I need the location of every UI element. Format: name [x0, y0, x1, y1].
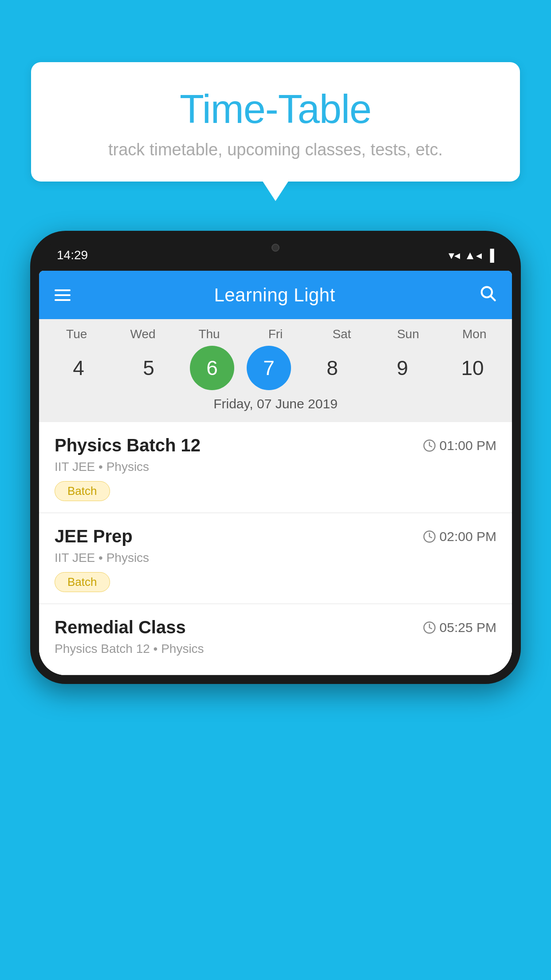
clock-icon-1 — [423, 439, 436, 452]
hamburger-line-1 — [55, 289, 71, 291]
schedule-item-3[interactable]: Remedial Class 05:25 PM Physics Batch 12… — [39, 604, 512, 675]
status-time: 14:29 — [57, 248, 88, 262]
day-number-5[interactable]: 5 — [120, 346, 177, 390]
speech-bubble: Time-Table track timetable, upcoming cla… — [31, 62, 520, 182]
day-number-7-selected[interactable]: 7 — [247, 346, 291, 390]
menu-button[interactable] — [55, 289, 71, 301]
camera-dot — [272, 244, 279, 252]
schedule-item-2[interactable]: JEE Prep 02:00 PM IIT JEE • Physics Batc… — [39, 513, 512, 604]
schedule-item-2-subtitle: IIT JEE • Physics — [55, 551, 496, 565]
schedule-item-2-header: JEE Prep 02:00 PM — [55, 526, 496, 546]
feature-subtitle: track timetable, upcoming classes, tests… — [58, 140, 493, 159]
signal-icon: ▲◂ — [464, 249, 482, 262]
svg-line-1 — [491, 296, 495, 300]
selected-date-label: Friday, 07 June 2019 — [39, 390, 512, 419]
day-label-fri: Fri — [247, 327, 304, 341]
phone-screen: Learning Light Tue Wed Thu Fri Sat Sun — [39, 271, 512, 675]
schedule-item-3-title: Remedial Class — [55, 617, 186, 637]
clock-icon-2 — [423, 530, 436, 543]
app-bar: Learning Light — [39, 271, 512, 319]
battery-icon: ▐ — [486, 249, 494, 262]
status-bar: 14:29 ▾◂ ▲◂ ▐ — [39, 240, 512, 271]
day-number-10[interactable]: 10 — [444, 346, 501, 390]
phone-frame: 14:29 ▾◂ ▲◂ ▐ Learning Light — [30, 231, 521, 684]
wifi-icon: ▾◂ — [449, 249, 460, 262]
schedule-item-3-time: 05:25 PM — [423, 620, 496, 635]
day-label-sun: Sun — [379, 327, 437, 341]
day-headers: Tue Wed Thu Fri Sat Sun Mon — [39, 327, 512, 341]
day-label-mon: Mon — [445, 327, 503, 341]
schedule-item-2-tag: Batch — [55, 572, 110, 592]
speech-bubble-card: Time-Table track timetable, upcoming cla… — [31, 62, 520, 182]
schedule-item-1-header: Physics Batch 12 01:00 PM — [55, 435, 496, 455]
day-label-tue: Tue — [48, 327, 106, 341]
search-button[interactable] — [479, 284, 496, 306]
day-label-sat: Sat — [313, 327, 370, 341]
schedule-list: Physics Batch 12 01:00 PM IIT JEE • Phys… — [39, 422, 512, 675]
schedule-item-2-title: JEE Prep — [55, 526, 133, 546]
feature-title: Time-Table — [58, 87, 493, 132]
phone-wrapper: 14:29 ▾◂ ▲◂ ▐ Learning Light — [30, 231, 521, 980]
schedule-item-1-title: Physics Batch 12 — [55, 435, 201, 455]
schedule-item-2-time: 02:00 PM — [423, 529, 496, 544]
phone-notch — [247, 240, 304, 256]
schedule-item-1-subtitle: IIT JEE • Physics — [55, 460, 496, 474]
hamburger-line-3 — [55, 299, 71, 301]
hamburger-line-2 — [55, 294, 71, 296]
day-number-4[interactable]: 4 — [50, 346, 107, 390]
schedule-item-3-subtitle: Physics Batch 12 • Physics — [55, 642, 496, 656]
day-number-8[interactable]: 8 — [303, 346, 361, 390]
calendar-strip: Tue Wed Thu Fri Sat Sun Mon 4 5 6 7 8 9 … — [39, 319, 512, 422]
schedule-item-3-header: Remedial Class 05:25 PM — [55, 617, 496, 637]
app-title: Learning Light — [214, 285, 335, 306]
clock-icon-3 — [423, 621, 436, 634]
day-label-wed: Wed — [114, 327, 172, 341]
schedule-item-1[interactable]: Physics Batch 12 01:00 PM IIT JEE • Phys… — [39, 422, 512, 513]
day-numbers: 4 5 6 7 8 9 10 — [39, 346, 512, 390]
status-icons: ▾◂ ▲◂ ▐ — [449, 249, 494, 262]
day-label-thu: Thu — [181, 327, 238, 341]
schedule-item-1-tag: Batch — [55, 481, 110, 501]
schedule-item-1-time: 01:00 PM — [423, 438, 496, 453]
day-number-9[interactable]: 9 — [374, 346, 431, 390]
day-number-6-today[interactable]: 6 — [190, 346, 234, 390]
